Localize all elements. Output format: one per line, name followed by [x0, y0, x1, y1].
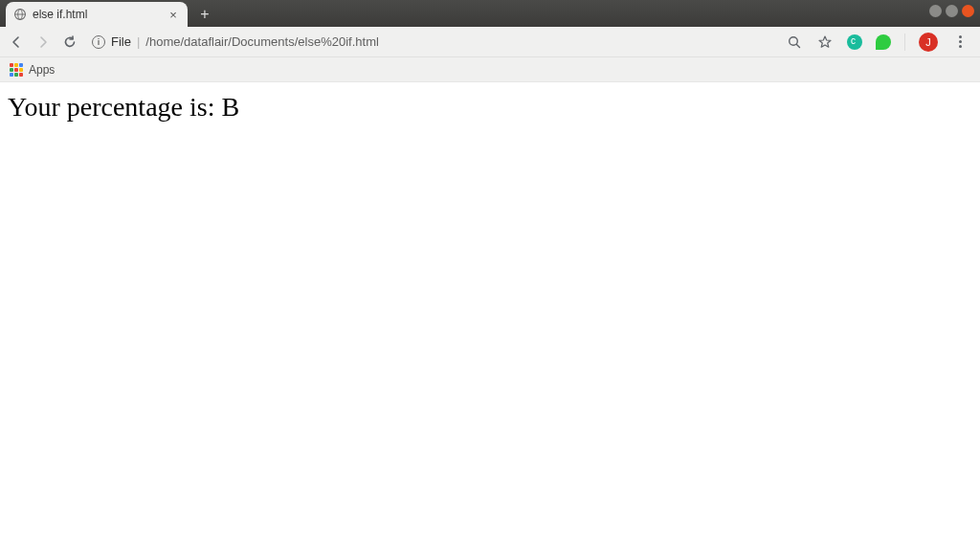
info-icon[interactable]: i [92, 35, 105, 49]
back-button[interactable] [8, 34, 25, 51]
window-minimize-icon[interactable] [929, 5, 942, 17]
forward-button[interactable] [34, 34, 52, 51]
new-tab-button[interactable]: + [193, 3, 216, 26]
page-content: Your percentage is: B [0, 82, 980, 132]
url-scheme-label: File [111, 34, 131, 49]
zoom-icon[interactable] [786, 34, 803, 51]
window-close-icon[interactable] [962, 5, 974, 17]
browser-toolbar: i File | /home/dataflair/Documents/else%… [0, 27, 980, 57]
url-separator: | [137, 34, 140, 49]
extension-grammarly-icon[interactable] [847, 34, 862, 50]
bookmarks-bar: Apps [0, 57, 980, 82]
toolbar-divider [904, 34, 905, 51]
window-maximize-icon[interactable] [946, 5, 958, 17]
extension-saver-icon[interactable] [876, 34, 891, 50]
star-icon[interactable] [816, 34, 834, 51]
address-bar[interactable]: i File | /home/dataflair/Documents/else%… [88, 34, 776, 49]
titlebar: else if.html × + [0, 0, 980, 27]
toolbar-right: J [786, 33, 972, 52]
page-heading: Your percentage is: B [8, 92, 972, 123]
tab-close-icon[interactable]: × [167, 8, 180, 21]
window-controls [929, 5, 974, 17]
apps-icon[interactable] [10, 63, 23, 77]
browser-tab[interactable]: else if.html × [6, 2, 188, 27]
url-path: /home/dataflair/Documents/else%20if.html [145, 34, 379, 49]
svg-line-4 [796, 44, 799, 47]
globe-icon [13, 8, 27, 21]
apps-label[interactable]: Apps [29, 63, 55, 77]
tab-title: else if.html [33, 8, 161, 21]
reload-button[interactable] [61, 34, 78, 51]
profile-avatar[interactable]: J [919, 33, 938, 52]
menu-icon[interactable] [951, 34, 969, 51]
